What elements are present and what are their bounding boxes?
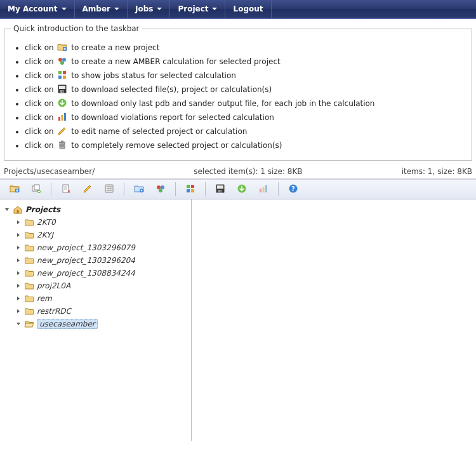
- toolbar-new-project-button[interactable]: [5, 181, 24, 198]
- toolbar-copy-project-button[interactable]: [27, 181, 46, 198]
- violations-icon: [57, 112, 67, 122]
- download-last-icon: [237, 184, 247, 196]
- toolbar-separator: [205, 182, 206, 196]
- toolbar-properties-button[interactable]: [100, 181, 119, 198]
- menubar: My AccountAmberJobsProjectLogout: [0, 0, 476, 19]
- folder-icon: [24, 217, 34, 227]
- menu-label: Jobs: [135, 4, 153, 13]
- intro-item: click on to create a new AMBER calculati…: [25, 56, 465, 67]
- intro-text-pre: click on: [25, 57, 56, 66]
- toolbar-copy-calc-button[interactable]: [56, 181, 76, 198]
- help-icon: [288, 184, 298, 196]
- intro-text-pre: click on: [25, 127, 56, 136]
- intro-text-pre: click on: [25, 71, 56, 80]
- twisty-down-icon[interactable]: [15, 321, 22, 327]
- toolbar-download-last-button[interactable]: [232, 181, 251, 198]
- jobs-status-icon: [185, 184, 195, 196]
- tree-root-label: Projects: [25, 205, 60, 214]
- status-items: items: 1, size: 8KB: [402, 167, 472, 176]
- twisty-right-icon[interactable]: [15, 295, 22, 302]
- menu-jobs[interactable]: Jobs: [128, 0, 170, 18]
- folder-icon: [24, 243, 34, 253]
- intro-item: click on to download only last pdb and s…: [25, 98, 465, 109]
- delete-icon: [57, 140, 67, 150]
- tree-node-new_project_1303296079[interactable]: new_project_1303296079: [14, 241, 188, 254]
- new-project-icon: [57, 42, 67, 52]
- menu-logout[interactable]: Logout: [225, 0, 271, 18]
- menu-label: Amber: [83, 4, 110, 13]
- menu-amber[interactable]: Amber: [75, 0, 128, 18]
- tree-node-label: new_project_1303296204: [37, 256, 135, 265]
- toolbar-help-button[interactable]: [284, 181, 303, 198]
- intro-text-post: to download only last pdb and sander out…: [69, 99, 374, 108]
- twisty-right-icon[interactable]: [15, 245, 22, 251]
- intro-item: click on to create a new project: [25, 42, 465, 53]
- tree-node-new_project_1303296204[interactable]: new_project_1303296204: [14, 254, 188, 267]
- intro-text-pre: click on: [25, 141, 56, 150]
- save-icon: [215, 184, 225, 196]
- properties-icon: [104, 184, 114, 196]
- intro-text-post: to show jobs status for selected calcula…: [69, 71, 236, 80]
- toolbar-separator: [175, 182, 176, 196]
- tree-node-proj2L0A[interactable]: proj2L0A: [14, 279, 188, 292]
- toolbar-violations-button: [254, 181, 273, 198]
- twisty-right-icon[interactable]: [15, 232, 22, 238]
- intro-text-post: to create a new project: [69, 43, 159, 52]
- tree-node-2KYJ[interactable]: 2KYJ: [14, 229, 188, 241]
- intro-text-post: to download violations report for select…: [69, 113, 274, 122]
- menu-project[interactable]: Project: [170, 0, 225, 18]
- tree-node-label: proj2L0A: [37, 281, 70, 290]
- intro-text-pre: click on: [25, 99, 56, 108]
- menu-my-account[interactable]: My Account: [0, 0, 75, 18]
- chevron-down-icon: [114, 8, 119, 10]
- intro-item: click on to download violations report f…: [25, 112, 465, 123]
- menu-label: My Account: [8, 4, 58, 13]
- intro-text-post: to completely remove selected project or…: [69, 141, 282, 150]
- toolbar-save-button[interactable]: [211, 181, 230, 198]
- toolbar-jobs-status-button[interactable]: [181, 181, 200, 198]
- intro-text-post: to download selected file(s), project or…: [69, 85, 272, 94]
- violations-icon: [258, 184, 268, 196]
- tree-root-node[interactable]: Projects: [3, 203, 188, 216]
- new-calc-icon: [155, 184, 166, 196]
- toolbar-separator: [278, 182, 279, 196]
- tree-node-new_project_1308834244[interactable]: new_project_1308834244: [14, 267, 188, 279]
- menu-label: Project: [178, 4, 208, 13]
- twisty-right-icon[interactable]: [15, 308, 22, 314]
- folder-icon: [24, 293, 34, 304]
- copy-calc-icon: [61, 184, 71, 196]
- folder-icon: [24, 281, 34, 291]
- folder-open-icon: [24, 319, 34, 329]
- intro-legend: Quick introduction to the taskbar: [11, 24, 142, 33]
- new-project-icon: [10, 184, 20, 196]
- new-calc-icon: [57, 56, 67, 66]
- intro-text-pre: click on: [25, 85, 56, 94]
- twisty-right-icon[interactable]: [15, 283, 22, 289]
- tree-node-label: usecaseamber: [37, 319, 98, 329]
- folder-icon: [24, 268, 34, 278]
- twisty-right-icon[interactable]: [15, 270, 22, 276]
- intro-text-post: to create a new AMBER calculation for se…: [69, 57, 280, 66]
- toolbar-add-calc-button[interactable]: [129, 181, 149, 198]
- menu-label: Logout: [233, 4, 263, 13]
- toolbar: [0, 179, 476, 199]
- intro-fieldset: Quick introduction to the taskbar click …: [4, 24, 472, 161]
- toolbar-edit-button[interactable]: [78, 181, 97, 198]
- twisty-down-icon[interactable]: [4, 206, 10, 213]
- download-last-icon: [57, 98, 67, 108]
- intro-text-pre: click on: [25, 43, 56, 52]
- tree-node-rem[interactable]: rem: [14, 292, 188, 305]
- edit-icon: [57, 126, 67, 136]
- home-icon: [13, 204, 23, 215]
- toolbar-new-calc-button[interactable]: [151, 181, 170, 198]
- twisty-right-icon[interactable]: [15, 219, 22, 225]
- copy-project-icon: [31, 184, 41, 196]
- add-calc-icon: [134, 184, 144, 196]
- tree-node-restrRDC[interactable]: restrRDC: [14, 305, 188, 318]
- tree-node-usecaseamber[interactable]: usecaseamber: [14, 318, 188, 330]
- intro-item: click on to edit name of selected projec…: [25, 126, 465, 137]
- twisty-right-icon[interactable]: [15, 257, 22, 264]
- folder-icon: [24, 230, 34, 240]
- tree-pane[interactable]: Projects2KT02KYJnew_project_1303296079ne…: [0, 199, 192, 441]
- tree-node-2KT0[interactable]: 2KT0: [14, 216, 188, 229]
